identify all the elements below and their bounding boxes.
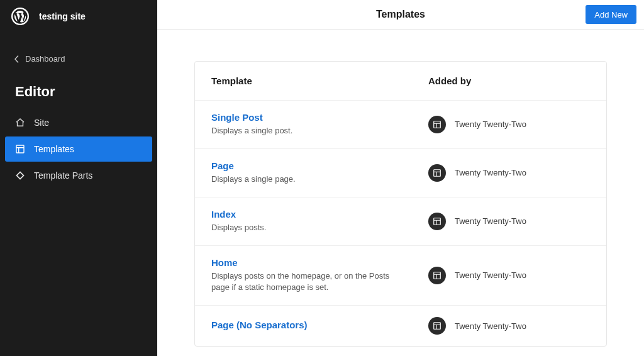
- nav-label: Template Parts: [34, 170, 92, 181]
- site-icon: [14, 116, 26, 129]
- table-row: Page Displays a single page. Twenty Twen…: [195, 148, 606, 197]
- add-new-button[interactable]: Add New: [586, 5, 636, 24]
- template-description: Displays a single page.: [211, 174, 400, 186]
- content-area: Template Added by Single Post Displays a…: [157, 30, 644, 356]
- svg-rect-5: [434, 272, 441, 279]
- template-link[interactable]: Home: [211, 257, 238, 268]
- editor-heading: Editor: [0, 70, 157, 108]
- template-description: Displays a single post.: [211, 125, 400, 137]
- site-name: testing site: [39, 11, 86, 21]
- theme-layout-icon: [428, 213, 446, 230]
- back-label: Dashboard: [25, 54, 65, 64]
- svg-rect-1: [16, 145, 24, 153]
- wordpress-logo-icon: [11, 8, 29, 25]
- templates-table: Template Added by Single Post Displays a…: [194, 61, 607, 347]
- site-header[interactable]: testing site: [0, 0, 157, 33]
- back-to-dashboard[interactable]: Dashboard: [0, 48, 157, 70]
- col-header-template: Template: [211, 75, 428, 86]
- template-parts-icon: [14, 169, 26, 182]
- chevron-left-icon: [14, 55, 19, 63]
- table-row: Index Displays posts. Twenty Twenty-Two: [195, 197, 606, 245]
- theme-layout-icon: [428, 164, 446, 182]
- page-title: Templates: [376, 9, 425, 20]
- svg-rect-6: [434, 323, 441, 330]
- template-link[interactable]: Index: [211, 209, 236, 220]
- svg-rect-4: [434, 218, 441, 225]
- table-row: Home Displays posts on the homepage, or …: [195, 245, 606, 306]
- nav-label: Templates: [34, 144, 74, 154]
- added-by-label: Twenty Twenty-Two: [455, 216, 526, 226]
- nav-item-template-parts[interactable]: Template Parts: [5, 163, 152, 188]
- nav-item-site[interactable]: Site: [5, 110, 152, 135]
- sidebar: testing site Dashboard Editor Site Templ…: [0, 0, 157, 356]
- svg-rect-3: [434, 170, 441, 177]
- theme-layout-icon: [428, 267, 446, 284]
- main: Templates Add New Template Added by Sing…: [157, 0, 644, 356]
- added-by-label: Twenty Twenty-Two: [455, 270, 526, 280]
- added-by-label: Twenty Twenty-Two: [455, 321, 526, 331]
- col-header-added-by: Added by: [428, 75, 590, 86]
- table-row: Page (No Separators) Twenty Twenty-Two: [195, 305, 606, 346]
- template-description: Displays posts.: [211, 222, 400, 234]
- templates-icon: [14, 143, 26, 155]
- template-description: Displays posts on the homepage, or on th…: [211, 270, 400, 294]
- table-row: Single Post Displays a single post. Twen…: [195, 100, 606, 148]
- template-link[interactable]: Single Post: [211, 112, 263, 123]
- theme-layout-icon: [428, 317, 446, 335]
- added-by-label: Twenty Twenty-Two: [455, 120, 526, 129]
- editor-nav: Site Templates Template Parts: [0, 108, 157, 191]
- template-link[interactable]: Page: [211, 160, 234, 171]
- theme-layout-icon: [428, 116, 446, 133]
- topbar: Templates Add New: [157, 0, 644, 30]
- added-by-label: Twenty Twenty-Two: [455, 168, 526, 177]
- nav-item-templates[interactable]: Templates: [5, 136, 152, 162]
- nav-label: Site: [34, 118, 49, 128]
- svg-rect-2: [434, 121, 441, 128]
- table-header: Template Added by: [195, 62, 606, 100]
- template-link[interactable]: Page (No Separators): [211, 320, 308, 330]
